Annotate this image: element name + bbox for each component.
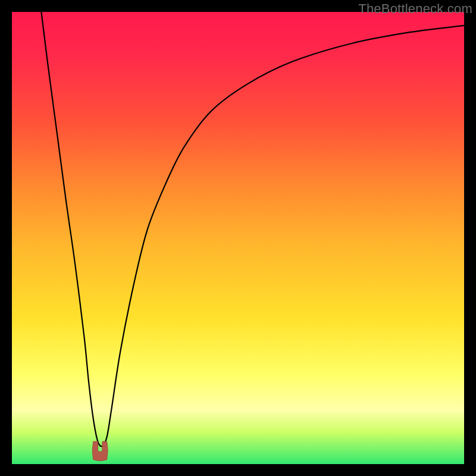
chart-plot-area [12,12,464,464]
curve-minimum-marker [92,441,108,461]
chart-outer-frame: TheBottleneck.com [0,0,476,476]
watermark-text: TheBottleneck.com [358,1,472,17]
bottleneck-curve [41,12,464,446]
chart-svg [12,12,464,464]
